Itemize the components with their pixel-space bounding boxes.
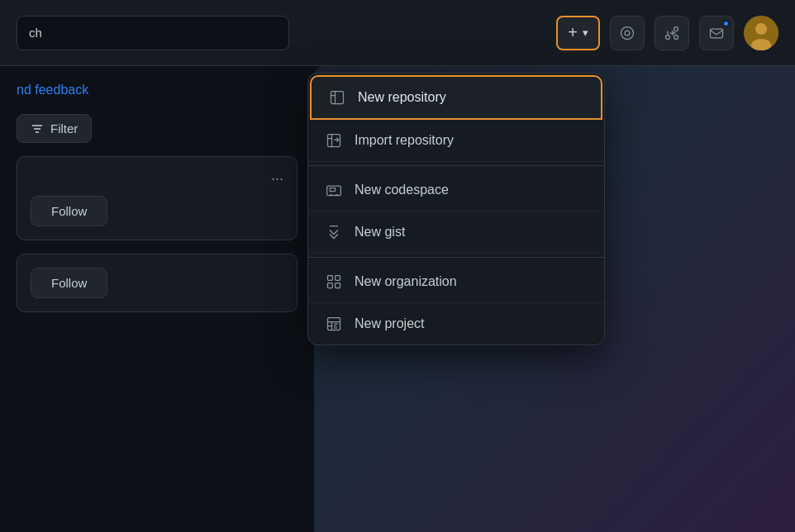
- filter-row: Filter: [17, 114, 298, 143]
- svg-point-0: [621, 26, 634, 39]
- separator-1: [308, 165, 604, 166]
- organization-icon: [325, 273, 343, 291]
- svg-rect-14: [327, 186, 341, 196]
- pr-icon: [664, 25, 680, 41]
- new-gist-label: New gist: [355, 225, 405, 240]
- svg-point-1: [625, 31, 630, 36]
- separator-2: [308, 257, 604, 258]
- sidebar: nd feedback Filter ··· Follow Follow: [0, 66, 314, 532]
- search-bar[interactable]: [17, 16, 289, 50]
- svg-point-3: [674, 26, 678, 31]
- search-input[interactable]: [29, 26, 277, 40]
- issues-icon: [619, 25, 636, 41]
- plus-icon: +: [568, 23, 578, 42]
- follow-card-1: ··· Follow: [17, 156, 298, 240]
- svg-rect-18: [328, 283, 333, 288]
- new-project-label: New project: [355, 316, 424, 331]
- pull-requests-button[interactable]: [655, 16, 689, 50]
- follow-button-2[interactable]: Follow: [31, 268, 107, 298]
- svg-point-2: [666, 35, 670, 39]
- inbox-button[interactable]: [699, 16, 734, 50]
- svg-point-7: [755, 23, 767, 35]
- dropdown-item-new-codespace[interactable]: New codespace: [308, 169, 604, 211]
- project-icon: [325, 315, 343, 333]
- notification-dot: [722, 20, 730, 27]
- codespace-icon: [325, 181, 343, 199]
- new-button[interactable]: + ▾: [556, 16, 600, 50]
- new-repository-label: New repository: [358, 90, 446, 105]
- dropdown-item-new-organization[interactable]: New organization: [308, 261, 604, 303]
- svg-rect-12: [331, 92, 344, 104]
- filter-label: Filter: [50, 121, 78, 135]
- svg-rect-5: [711, 29, 723, 38]
- svg-rect-17: [336, 276, 340, 281]
- filter-icon: [31, 122, 44, 135]
- header: + ▾: [0, 0, 795, 66]
- svg-point-4: [674, 35, 678, 39]
- import-repository-label: Import repository: [355, 133, 454, 148]
- new-organization-label: New organization: [355, 274, 457, 289]
- dropdown-item-import-repository[interactable]: Import repository: [308, 120, 604, 162]
- filter-button[interactable]: Filter: [17, 114, 92, 143]
- gist-icon: [325, 223, 343, 241]
- dropdown-menu: New repository Import repository New cod…: [307, 73, 605, 345]
- svg-rect-19: [336, 283, 340, 288]
- dropdown-item-new-repository[interactable]: New repository: [310, 75, 602, 120]
- new-codespace-label: New codespace: [355, 183, 449, 197]
- dropdown-item-new-project[interactable]: New project: [308, 303, 604, 344]
- issues-button[interactable]: [610, 16, 645, 50]
- avatar[interactable]: [744, 16, 778, 50]
- inbox-icon: [708, 25, 725, 41]
- chevron-down-icon: ▾: [583, 26, 588, 39]
- feedback-link[interactable]: nd feedback: [17, 83, 298, 97]
- follow-button-1[interactable]: Follow: [31, 196, 107, 226]
- dropdown-item-new-gist[interactable]: New gist: [308, 211, 604, 254]
- svg-rect-15: [330, 188, 336, 192]
- repo-icon: [328, 88, 346, 107]
- more-options-1[interactable]: ···: [31, 170, 283, 188]
- import-icon: [325, 131, 343, 150]
- svg-rect-16: [328, 276, 333, 281]
- follow-card-2: Follow: [17, 254, 298, 312]
